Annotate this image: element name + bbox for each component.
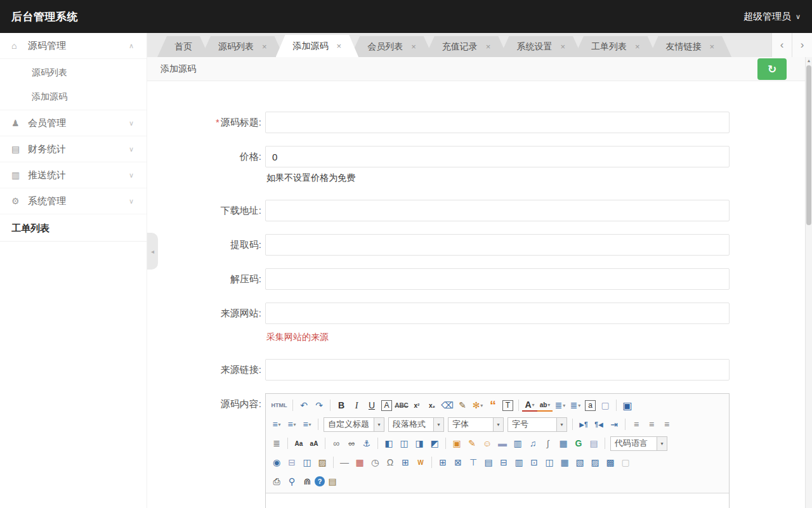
sidebar-item-push-stats[interactable]: ▥推送统计∨ xyxy=(0,162,147,188)
tab-close-icon[interactable]: × xyxy=(635,42,640,51)
sidebar-item-system-manage[interactable]: ⚙系统管理∨ xyxy=(0,188,147,214)
special-char-button[interactable]: Ω xyxy=(383,455,398,470)
uppercase-button[interactable]: Aa xyxy=(291,436,306,451)
tab-close-icon[interactable]: × xyxy=(411,42,416,51)
sort-table-button[interactable]: ▢ xyxy=(618,455,633,470)
source-title-input[interactable] xyxy=(265,112,730,133)
merge-cells-button[interactable]: ◫ xyxy=(542,455,557,470)
source-site-input[interactable] xyxy=(265,303,730,324)
blockquote-button[interactable]: “ xyxy=(485,398,501,413)
word-import-button[interactable]: W xyxy=(413,455,428,470)
insert-row-button[interactable]: ▤ xyxy=(481,455,496,470)
time-button[interactable]: ◷ xyxy=(367,455,383,470)
insert-video-button[interactable]: ▬ xyxy=(495,436,510,451)
superscript-button[interactable]: x² xyxy=(409,398,424,413)
vertical-scrollbar[interactable]: ▴ xyxy=(805,57,812,508)
table-title-button[interactable]: ⊤ xyxy=(466,455,481,470)
sidebar-collapse-handle[interactable]: ◂ xyxy=(147,233,158,270)
underline-button[interactable]: U xyxy=(364,398,379,413)
horizontal-rule-button[interactable]: — xyxy=(337,455,352,470)
justify-button[interactable]: ≣ xyxy=(269,436,284,451)
auto-typeset-button[interactable]: ✻▾ xyxy=(470,398,485,413)
image-right-float-button[interactable]: ◨ xyxy=(412,436,427,451)
scrollbar-thumb[interactable] xyxy=(806,65,811,225)
search-replace-button[interactable]: ⋒ xyxy=(299,474,315,489)
tab-close-icon[interactable]: × xyxy=(262,42,267,51)
tab-source-list[interactable]: 源码列表× xyxy=(201,36,284,57)
align-right-button[interactable]: ≡ xyxy=(659,417,674,432)
tab-close-icon[interactable]: × xyxy=(560,42,565,51)
code-language-select[interactable]: 代码语言▾ xyxy=(610,436,667,451)
new-page-button[interactable]: ▢ xyxy=(598,398,613,413)
image-left-float-button[interactable]: ◧ xyxy=(381,436,396,451)
anchor-button[interactable]: a xyxy=(585,400,596,411)
custom-title-select[interactable]: 自定义标题▾ xyxy=(324,417,384,432)
split-rows-button[interactable]: ▨ xyxy=(587,455,603,470)
ordered-list-button[interactable]: ≣▾ xyxy=(553,398,568,413)
insert-table-button[interactable]: ⊞ xyxy=(435,455,450,470)
music-button[interactable]: ♫ xyxy=(525,436,540,451)
redo-icon[interactable]: ↷ xyxy=(311,398,327,413)
editor-content-area[interactable] xyxy=(266,493,729,508)
price-input[interactable] xyxy=(265,146,730,167)
sidebar-subitem-source-list[interactable]: 源码列表 xyxy=(0,60,147,84)
strikethrough-button[interactable]: ABC xyxy=(394,398,409,413)
insert-col-button[interactable]: ▥ xyxy=(511,455,527,470)
para-top-space-button[interactable]: ≡▾ xyxy=(269,417,284,432)
help-button[interactable]: ? xyxy=(315,476,325,486)
undo-icon[interactable]: ↶ xyxy=(296,398,311,413)
delete-col-button[interactable]: ⊡ xyxy=(527,455,542,470)
preview-button[interactable]: ⚲ xyxy=(284,474,299,489)
font-border-button[interactable]: A xyxy=(381,400,392,411)
delete-row-button[interactable]: ⊟ xyxy=(496,455,511,470)
italic-button[interactable]: I xyxy=(349,398,364,413)
tab-member-list[interactable]: 会员列表× xyxy=(350,36,433,57)
align-left-button[interactable]: ≡ xyxy=(629,417,644,432)
clipboard-button[interactable]: ▤ xyxy=(325,474,340,489)
page-break-button[interactable]: ⊟ xyxy=(284,455,299,470)
bold-button[interactable]: B xyxy=(334,398,349,413)
remove-format-button[interactable]: ⌫ xyxy=(440,398,455,413)
user-menu[interactable]: 超级管理员 ∨ xyxy=(743,11,801,23)
anchor-insert-button[interactable]: ⚓ xyxy=(359,436,374,451)
sidebar-item-work-orders[interactable]: 工单列表 xyxy=(0,214,147,242)
scrollbar-up-icon[interactable]: ▴ xyxy=(806,57,812,65)
formula-button[interactable]: ⊞ xyxy=(398,455,413,470)
tab-close-icon[interactable]: × xyxy=(710,42,715,51)
tab-friend-links[interactable]: 友情链接× xyxy=(649,36,732,57)
source-link-input[interactable] xyxy=(265,359,730,381)
refresh-button[interactable]: ↻ xyxy=(757,58,787,80)
map-button[interactable]: ▦ xyxy=(556,436,571,451)
scrawl-button[interactable]: ✎ xyxy=(464,436,480,451)
sidebar-item-finance-stats[interactable]: ▤财务统计∨ xyxy=(0,136,147,162)
tab-scroll-left-button[interactable]: ‹ xyxy=(771,33,792,57)
fullscreen-button[interactable]: ▣ xyxy=(620,398,635,413)
subscript-button[interactable]: x₂ xyxy=(424,398,440,413)
tab-add-source[interactable]: 添加源码× xyxy=(276,35,359,57)
tab-close-icon[interactable]: × xyxy=(486,42,491,51)
font-size-select[interactable]: 字号▾ xyxy=(508,417,567,432)
align-center-button[interactable]: ≡ xyxy=(644,417,659,432)
rtl-paragraph-button[interactable]: ¶◀ xyxy=(591,417,606,432)
paragraph-format-select[interactable]: 段落格式▾ xyxy=(388,417,444,432)
split-cols-button[interactable]: ▩ xyxy=(603,455,618,470)
extract-code-input[interactable] xyxy=(265,234,730,256)
unlink-button[interactable]: ∞ xyxy=(344,436,359,451)
unordered-list-button[interactable]: ≣▾ xyxy=(568,398,583,413)
tab-recharge-records[interactable]: 充值记录× xyxy=(425,36,508,57)
highlight-color-button[interactable]: ab▾ xyxy=(537,399,553,412)
merge-down-button[interactable]: ▧ xyxy=(572,455,587,470)
attachment-button[interactable]: ∫ xyxy=(540,436,556,451)
download-url-input[interactable] xyxy=(265,200,730,221)
delete-table-button[interactable]: ⊠ xyxy=(450,455,466,470)
sidebar-item-member-manage[interactable]: ♟会员管理∨ xyxy=(0,110,147,136)
tab-scroll-right-button[interactable]: › xyxy=(792,33,812,57)
image-center-button[interactable]: ◩ xyxy=(427,436,442,451)
word-image-button[interactable]: ▤ xyxy=(586,436,601,451)
emotion-button[interactable]: ☺ xyxy=(480,436,495,451)
print-button[interactable]: ⎙ xyxy=(269,474,284,489)
image-none-float-button[interactable]: ◫ xyxy=(396,436,412,451)
link-button[interactable]: ∞ xyxy=(329,436,344,451)
merge-right-button[interactable]: ▦ xyxy=(557,455,572,470)
background-button[interactable]: ▨ xyxy=(315,455,330,470)
